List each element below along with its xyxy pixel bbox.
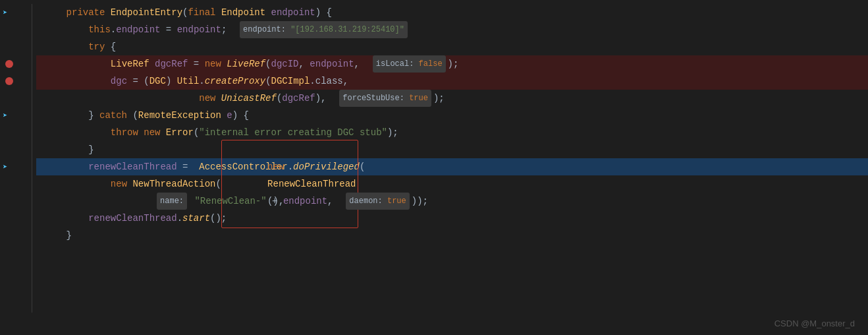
code-line-4: LiveRef dgcRef = new LiveRef ( dgcID , e… [36, 55, 868, 73]
code-text: ( [360, 158, 365, 175]
code-keyword: new [111, 175, 133, 193]
breakpoint-dot-2[interactable] [5, 77, 13, 85]
code-text: , [354, 55, 371, 73]
code-method: createProxy [205, 73, 265, 90]
inline-hint-name: name: [157, 193, 187, 210]
gutter-row-17 [0, 278, 36, 295]
code-text: ) { [232, 107, 249, 124]
code-type: RemoteException [138, 107, 227, 124]
code-text [44, 175, 111, 193]
code-var: endpoint [283, 193, 327, 210]
code-line-12: name: "RenewClean-" + endpoint , daemon:… [36, 193, 868, 210]
code-var: dgcRef [282, 90, 315, 107]
gutter: ➤ ➤ [0, 0, 36, 335]
code-line-2: this . endpoint = endpoint ; endpoint: "… [36, 21, 868, 38]
code-text: .class, [310, 73, 348, 90]
gutter-row-7: ➤ [0, 107, 36, 124]
code-text: ; [221, 21, 238, 38]
gutter-row-16 [0, 261, 36, 278]
code-var: dgc [111, 73, 127, 90]
code-area: private EndpointEntry ( final Endpoint e… [36, 0, 868, 335]
code-line-3: try { [36, 38, 868, 55]
code-line-5: dgc = ( DGC ) Util . createProxy ( DGCIm… [36, 73, 868, 90]
code-keyword: new [267, 162, 290, 172]
code-method: LiveRef [227, 55, 265, 73]
code-text: . [111, 21, 116, 38]
code-line-13: renewCleanThread . start (); [36, 210, 868, 227]
inline-hint-daemon: daemon: true [346, 193, 409, 210]
breakpoint-dot-1[interactable] [5, 60, 13, 68]
watermark: CSDN @M_onster_d [774, 319, 855, 328]
code-keyword: new [205, 55, 227, 73]
code-keyword: new [144, 124, 166, 141]
code-text: = ( [127, 73, 149, 90]
code-var: dgcID [271, 55, 299, 73]
inline-hint-forcestub: forceStubUse: true [339, 90, 431, 107]
code-text: ( [194, 124, 199, 141]
code-text: ); [448, 55, 459, 73]
gutter-row-12 [0, 193, 36, 210]
code-line-7: } catch ( RemoteException e ) { [36, 107, 868, 124]
code-method: start [182, 210, 210, 227]
inline-hint-endpoint: endpoint: "[192.168.31.219:25410]" [240, 21, 408, 38]
code-text: , [299, 55, 310, 73]
code-keyword: catch [99, 107, 132, 124]
red-box-highlight: new RenewCleanThread (), [221, 140, 358, 228]
arrow-icon-2: ➤ [3, 111, 7, 121]
gutter-row-3 [0, 38, 36, 55]
code-text: } [44, 227, 72, 244]
code-text: , [327, 193, 344, 210]
code-keyword: new [199, 90, 221, 107]
code-text: . [177, 210, 182, 227]
code-type: DGCImpl [271, 73, 310, 90]
code-text: ) [166, 73, 177, 90]
gutter-row-6 [0, 90, 36, 107]
code-keyword: private [67, 4, 111, 21]
code-type: Error [166, 124, 194, 141]
code-keyword: final [188, 4, 221, 21]
arrow-icon-3: ➤ [3, 162, 7, 172]
gutter-row-13 [0, 210, 36, 227]
code-type: DGC [149, 73, 166, 90]
code-var: dgcRef [155, 55, 188, 73]
inline-hint-islocal: isLocal: false [373, 55, 446, 73]
gutter-row-2 [0, 21, 36, 38]
gutter-row-9 [0, 141, 36, 158]
code-type: Endpoint [221, 4, 271, 21]
code-var: e [227, 107, 232, 124]
code-text [44, 55, 111, 73]
gutter-row-5 [0, 73, 36, 90]
code-text: } [44, 141, 94, 158]
code-text [44, 158, 88, 175]
gutter-row-8 [0, 124, 36, 141]
gutter-row-11 [0, 175, 36, 193]
code-type: Util [177, 73, 200, 90]
code-type: EndpointEntry [111, 4, 182, 21]
code-line-10: renewCleanThread = AccessController . do… [36, 158, 868, 175]
code-text: ) { [315, 4, 332, 21]
code-container: ➤ ➤ [0, 0, 868, 335]
code-text [44, 21, 88, 38]
code-text: = [177, 158, 200, 175]
code-text [189, 193, 194, 210]
code-text: = [160, 21, 176, 38]
code-text: + [267, 193, 283, 210]
code-var: endpoint [271, 4, 315, 21]
code-string: "internal error creating DGC stub" [199, 124, 387, 141]
code-text [44, 38, 88, 55]
code-text: ), [315, 90, 338, 107]
code-text: (); [210, 210, 227, 227]
code-text: ( [277, 90, 282, 107]
code-var: endpoint [116, 21, 160, 38]
code-text: ( [265, 55, 271, 73]
code-var: renewCleanThread [88, 158, 176, 175]
gutter-row-18 [0, 295, 36, 313]
gutter-row-4 [0, 55, 36, 73]
arrow-icon-1: ➤ [3, 8, 7, 18]
code-var: endpoint [177, 21, 221, 38]
code-text [44, 124, 111, 141]
code-text: ( [132, 107, 138, 124]
code-text: ); [387, 124, 398, 141]
code-keyword: throw [111, 124, 144, 141]
code-text [44, 4, 67, 21]
